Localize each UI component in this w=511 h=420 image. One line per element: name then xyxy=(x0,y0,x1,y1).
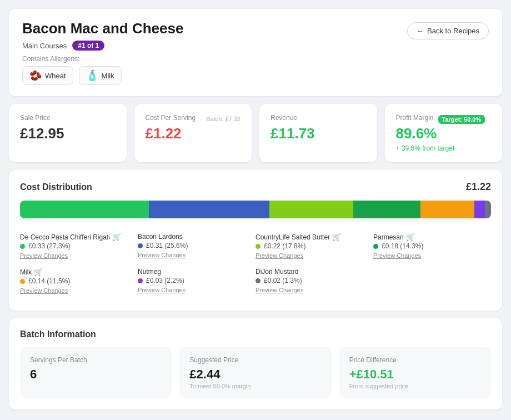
allergen-milk-label: Milk xyxy=(102,72,114,80)
batch-price-diff-note: From suggested price xyxy=(349,383,481,389)
cost-batch-subtitle: Batch: £7.32 xyxy=(206,116,241,122)
mustard-cost: £0.02 (1.3%) xyxy=(264,277,302,284)
bacon-name: Bacon Lardons xyxy=(138,233,183,241)
batch-price-diff-label: Price Difference xyxy=(349,356,481,364)
bar-seg-6 xyxy=(485,201,491,218)
milk-preview[interactable]: Preview Changes xyxy=(20,287,132,294)
header-meta: Main Courses #1 of 1 xyxy=(22,41,489,51)
ingredient-milk: Milk 🛒 £0.14 (11.5%) Preview Changes xyxy=(20,264,138,299)
ingredients-grid: De Cecco Pasta Chifferi Rigati 🛒 £0.33 (… xyxy=(20,229,491,299)
nutmeg-preview[interactable]: Preview Changes xyxy=(138,287,250,293)
butter-icon: 🛒 xyxy=(332,233,341,241)
cost-distribution-card: Cost Distribution £1.22 De Cecco Pasta C… xyxy=(9,170,502,311)
bar-seg-0 xyxy=(20,201,149,218)
back-arrow-icon: ← xyxy=(417,27,424,35)
milk-name: Milk xyxy=(20,268,32,276)
ingredient-parmesan: Parmesan 🛒 £0.18 (14.3%) Preview Changes xyxy=(373,229,491,264)
bar-seg-3 xyxy=(353,201,420,218)
back-to-recipes-button[interactable]: ← Back to Recipes xyxy=(407,22,489,39)
butter-name: CountryLife Salted Butter xyxy=(255,233,330,241)
butter-cost: £0.22 (17.8%) xyxy=(264,242,305,250)
allergen-milk: 🧴 Milk xyxy=(79,66,122,85)
batch-title: Batch Information xyxy=(20,329,491,339)
pasta-cost: £0.33 (27.3%) xyxy=(28,242,70,250)
parmesan-icon: 🛒 xyxy=(406,233,415,241)
allergen-wheat: 🫘 Wheat xyxy=(22,66,73,85)
nutmeg-cost: £0.03 (2.2%) xyxy=(146,277,184,284)
pasta-dot xyxy=(20,244,25,249)
parmesan-cost: £0.18 (14.3%) xyxy=(382,242,423,250)
batch-grid: Servings Per Batch 6 Suggested Price £2.… xyxy=(20,347,491,398)
target-badge: Target: 50.0% xyxy=(438,115,485,124)
allergen-tags: 🫘 Wheat 🧴 Milk xyxy=(22,66,489,85)
allergen-wheat-label: Wheat xyxy=(45,72,66,80)
revenue-value: £11.73 xyxy=(270,125,366,142)
category-label: Main Courses xyxy=(22,42,67,50)
sale-price-label: Sale Price xyxy=(20,114,116,122)
bar-seg-1 xyxy=(149,201,269,218)
milk-icon2: 🛒 xyxy=(34,268,43,276)
bacon-dot xyxy=(138,243,143,248)
bacon-cost: £0.31 (25.6%) xyxy=(146,242,188,249)
ingredient-bacon: Bacon Lardons £0.31 (25.6%) Preview Chan… xyxy=(138,229,255,264)
parmesan-name: Parmesan xyxy=(373,233,404,241)
ingredient-pasta: De Cecco Pasta Chifferi Rigati 🛒 £0.33 (… xyxy=(20,229,138,264)
stat-revenue: Revenue £11.73 xyxy=(259,104,377,162)
batch-price-diff-value: +£10.51 xyxy=(349,367,481,382)
batch-suggested-price: Suggested Price £2.44 To meet 50.0% marg… xyxy=(179,347,331,398)
profit-margin-label: Profit Margin xyxy=(396,114,434,122)
nutmeg-dot xyxy=(138,278,143,283)
header-card: ← Back to Recipes Bacon Mac and Cheese M… xyxy=(9,9,502,96)
bar-seg-5 xyxy=(474,201,485,218)
stats-row: Sale Price £12.95 Cost Per Serving Batch… xyxy=(9,104,502,162)
cost-distribution-header: Cost Distribution £1.22 xyxy=(20,181,491,193)
parmesan-preview[interactable]: Preview Changes xyxy=(373,252,485,259)
cost-distribution-total: £1.22 xyxy=(466,181,491,193)
mustard-preview[interactable]: Preview Changes xyxy=(255,287,368,293)
batch-servings: Servings Per Batch 6 xyxy=(20,347,172,398)
batch-suggested-label: Suggested Price xyxy=(189,356,321,364)
parmesan-dot xyxy=(373,244,378,249)
mustard-dot xyxy=(255,278,260,283)
profit-margin-delta: + 39.6% from target xyxy=(396,144,492,152)
milk-dot xyxy=(20,279,25,284)
batch-suggested-value: £2.44 xyxy=(189,367,321,382)
cost-per-serving-value: £1.22 xyxy=(146,125,241,142)
pasta-name: De Cecco Pasta Chifferi Rigati xyxy=(20,233,110,241)
batch-servings-value: 6 xyxy=(30,367,162,382)
ingredient-nutmeg: Nutmeg £0.03 (2.2%) Preview Changes xyxy=(138,264,255,299)
wheat-icon: 🫘 xyxy=(29,69,42,82)
ingredient-butter: CountryLife Salted Butter 🛒 £0.22 (17.8%… xyxy=(255,229,373,264)
milk-cost: £0.14 (11.5%) xyxy=(28,277,70,285)
stat-cost-per-serving: Cost Per Serving Batch: £7.32 £1.22 xyxy=(134,104,252,162)
mustard-name: DiJon Mustard xyxy=(255,268,298,276)
butter-preview[interactable]: Preview Changes xyxy=(255,252,368,259)
batch-price-diff: Price Difference +£10.51 From suggested … xyxy=(339,347,491,398)
cost-bar-chart xyxy=(20,201,491,218)
nutmeg-name: Nutmeg xyxy=(138,268,161,276)
sale-price-value: £12.95 xyxy=(20,125,116,142)
batch-suggested-note: To meet 50.0% margin xyxy=(189,383,321,389)
profit-margin-value: 89.6% xyxy=(396,125,492,142)
cost-distribution-title: Cost Distribution xyxy=(20,182,92,192)
cost-per-serving-label: Cost Per Serving xyxy=(146,114,196,122)
stat-sale-price: Sale Price £12.95 xyxy=(9,104,127,162)
badge-count: #1 of 1 xyxy=(72,41,104,51)
pasta-icon: 🛒 xyxy=(112,233,121,241)
batch-servings-label: Servings Per Batch xyxy=(30,356,162,364)
pasta-preview[interactable]: Preview Changes xyxy=(20,252,132,259)
allergens-label: Contains Allergens: xyxy=(22,55,489,63)
butter-dot xyxy=(255,244,260,249)
bar-seg-4 xyxy=(420,201,475,218)
milk-icon: 🧴 xyxy=(86,69,98,82)
bar-seg-2 xyxy=(269,201,353,218)
stat-profit-margin: Profit Margin Target: 50.0% 89.6% + 39.6… xyxy=(385,104,503,162)
revenue-label: Revenue xyxy=(270,114,366,122)
bacon-preview[interactable]: Preview Changes xyxy=(138,252,250,258)
batch-information-card: Batch Information Servings Per Batch 6 S… xyxy=(9,318,502,409)
ingredient-mustard: DiJon Mustard £0.02 (1.3%) Preview Chang… xyxy=(255,264,373,299)
